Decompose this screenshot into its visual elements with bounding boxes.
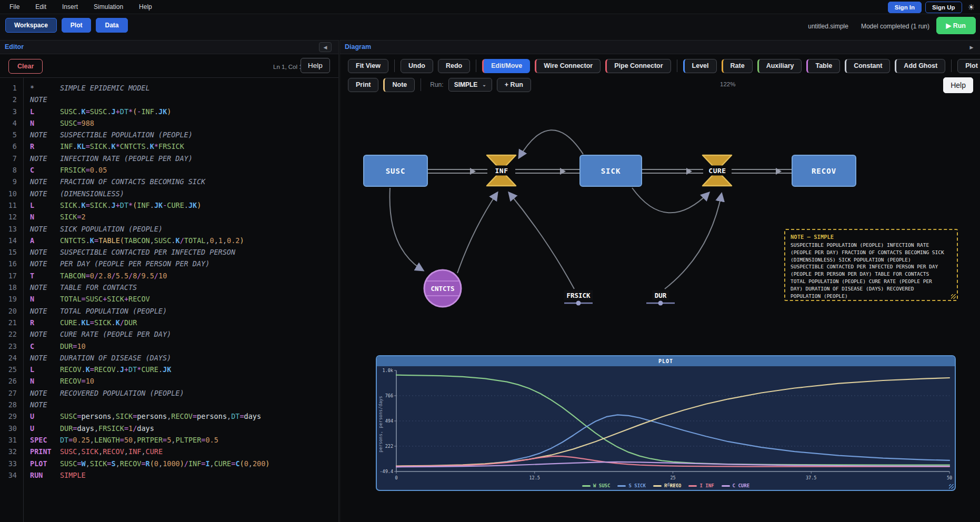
code-line: 34RUN SIMPLE [0, 469, 338, 481]
legend-item-c-cure: C CURE [722, 483, 750, 488]
editor-help-button[interactable]: Help [301, 58, 330, 73]
note-button[interactable]: Note [383, 78, 415, 92]
line-number: 4 [0, 117, 17, 129]
code-line: 20NOTE TOTAL POPULATION (PEOPLE) [0, 305, 338, 317]
run-select[interactable]: SIMPLE⌄ [448, 78, 492, 92]
pipe-connector-button[interactable]: Pipe Connector [605, 59, 671, 73]
plot-title: PLOT [377, 356, 955, 366]
redo-button[interactable]: Redo [438, 59, 470, 73]
aux-cntcts[interactable]: CNTCTS [431, 285, 454, 293]
note-line: TOTAL POPULATION (PEOPLE) CURE RATE (PEO… [791, 278, 952, 285]
wire-connector-button[interactable]: Wire Connector [535, 59, 601, 73]
diagram-panel-title: Diagram [345, 43, 371, 51]
fit-view-button[interactable]: Fit View [348, 59, 388, 73]
run-prefix-label: Run: [430, 81, 443, 88]
stock-sick[interactable]: SICK [579, 155, 642, 187]
tab-data[interactable]: Data [96, 18, 127, 33]
diagram-help-button[interactable]: Help [943, 77, 973, 93]
workspace-tabs: WorkspacePlotData [5, 18, 128, 33]
code-editor[interactable]: 1* SIMPLE EPIDEMIC MODEL2NOTE3L SUSC.K=S… [0, 77, 338, 522]
edit-move-button[interactable]: Edit/Move [482, 59, 530, 73]
editor-panel-title: Editor [5, 43, 24, 51]
plot-panel[interactable]: PLOT 1.0k766494222-49.4012.52537.550days… [376, 355, 956, 491]
code-line: 6R INF.KL=SICK.K*CNTCTS.K*FRSICK [0, 140, 338, 152]
diagram-toolbar-row1: Fit ViewUndoRedoEdit/MoveWire ConnectorP… [348, 59, 980, 73]
note-box[interactable]: NOTE — SIMPLE SUSPECTIBLE POPULATION (PE… [784, 229, 958, 301]
toolbar-divider [951, 59, 952, 72]
auxiliary-button[interactable]: Auxiliary [757, 59, 802, 73]
print-button[interactable]: Print [348, 78, 378, 92]
code-line: 21R CURE.KL=SICK.K/DUR [0, 317, 338, 328]
theme-toggle-sun-icon[interactable]: ☀ [968, 3, 975, 12]
stock-recov[interactable]: RECOV [792, 155, 856, 187]
plot-resize-handle[interactable] [949, 484, 954, 489]
add-ghost-button[interactable]: Add Ghost [895, 59, 945, 73]
level-button[interactable]: Level [683, 59, 717, 73]
line-number: 10 [0, 188, 17, 199]
code-line: 28NOTE [0, 399, 338, 410]
code-line: 18NOTE TABLE FOR CONTACTS [0, 282, 338, 293]
table-button[interactable]: Table [806, 59, 840, 73]
rate-inf[interactable]: INF [493, 166, 511, 176]
stock-recov-label: RECOV [812, 167, 836, 175]
undo-button[interactable]: Undo [401, 59, 433, 73]
constant-button[interactable]: Constant [845, 59, 890, 73]
code-line: 4N SUSC=988 [0, 117, 338, 129]
note-line: SUSPECTIBLE CONTACTED PER INFECTED PERSO… [791, 263, 952, 270]
line-number: 25 [0, 364, 17, 375]
line-number: 17 [0, 270, 17, 282]
line-number: 19 [0, 293, 17, 305]
code-line: 31SPEC DT=0.25,LENGTH=50,PRTPER=5,PLTPER… [0, 434, 338, 446]
menu-simulation[interactable]: Simulation [94, 3, 123, 11]
gutter-divider [23, 77, 24, 522]
run-select-value: SIMPLE [454, 81, 478, 88]
code-line: 9NOTE FRACTION OF CONTACTS BECOMING SICK [0, 176, 338, 187]
code-line: 17T TABCON=0/2.8/5.5/8/9.5/10 [0, 270, 338, 282]
legend-dash-icon [653, 485, 662, 487]
line-number: 8 [0, 164, 17, 176]
note-resize-handle[interactable] [951, 294, 956, 299]
line-number: 18 [0, 282, 17, 293]
menubar-right: Sign In Sign Up ☀ [888, 0, 975, 14]
stock-susc[interactable]: SUSC [363, 155, 428, 187]
note-line: (PEOPLE PER DAY) FRACTION OF CONTACTS BE… [791, 249, 952, 256]
line-number: 9 [0, 176, 17, 187]
line-number: 13 [0, 223, 17, 235]
note-body: SUSPECTIBLE POPULATION (PEOPLE) INFECTIO… [791, 242, 952, 299]
code-line: 24NOTE DURATION OF DISEASE (DAYS) [0, 352, 338, 364]
tab-workspace[interactable]: Workspace [5, 18, 57, 33]
clear-button[interactable]: Clear [8, 59, 43, 74]
code-line: 1* SIMPLE EPIDEMIC MODEL [0, 82, 338, 94]
editor-collapse-icon[interactable]: ◀ [319, 42, 332, 52]
menu-edit[interactable]: Edit [35, 3, 46, 11]
stock-susc-label: SUSC [386, 167, 406, 175]
line-number: 3 [0, 106, 17, 117]
toolbar-divider [394, 59, 395, 72]
menu-file[interactable]: File [9, 3, 19, 11]
tab-plot[interactable]: Plot [62, 18, 92, 33]
code-line: 27NOTE RECOVERED POPULATION (PEOPLE) [0, 387, 338, 399]
cursor-position: Ln 1, Col 1 [273, 64, 303, 70]
sign-in-button[interactable]: Sign In [888, 2, 922, 13]
code-line: 7NOTE INFECTION RATE (PEOPLE PER DAY) [0, 153, 338, 164]
legend-label: R RECO [664, 483, 682, 488]
add-run-button[interactable]: + Run [497, 78, 531, 92]
menu-items: FileEditInsertSimulationHelp [0, 3, 152, 11]
constant-frsick[interactable]: FRSICK [564, 290, 593, 300]
code-line: 14A CNTCTS.K=TABLE(TABCON,SUSC.K/TOTAL,0… [0, 235, 338, 246]
stock-sick-label: SICK [601, 167, 621, 175]
plot-button[interactable]: Plot [957, 59, 980, 73]
diagram-expand-icon[interactable]: ▶ [965, 42, 978, 52]
line-number: 33 [0, 458, 17, 469]
toolbar-divider [476, 59, 476, 72]
constant-dur[interactable]: DUR [652, 290, 669, 300]
line-number: 30 [0, 423, 17, 434]
rate-cure[interactable]: CURE [706, 166, 728, 176]
rate-button[interactable]: Rate [722, 59, 753, 73]
code-line: 3L SUSC.K=SUSC.J+DT*(-INF.JK) [0, 106, 338, 117]
sign-up-button[interactable]: Sign Up [925, 2, 962, 13]
menu-insert[interactable]: Insert [62, 3, 78, 11]
run-button[interactable]: ▶ Run [936, 17, 976, 34]
menu-help[interactable]: Help [139, 3, 152, 11]
code-line: 22NOTE CURE RATE (PEOPLE PER DAY) [0, 328, 338, 340]
